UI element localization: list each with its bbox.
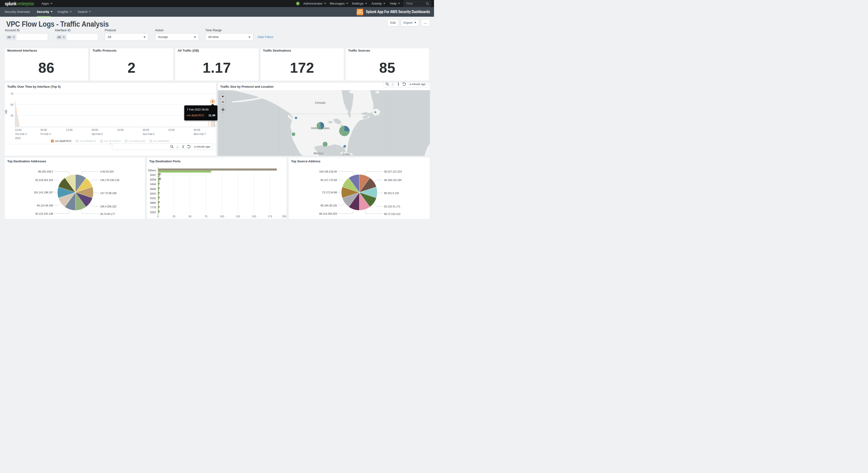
svg-text:145.179.240.133: 145.179.240.133 <box>100 178 119 181</box>
svg-text:Sun Feb 6: Sun Feb 6 <box>143 133 155 135</box>
svg-text:34.74.94.177: 34.74.94.177 <box>100 212 115 215</box>
svg-text:Mon Feb 7: Mon Feb 7 <box>194 133 206 135</box>
svg-text:Thu Feb 3: Thu Feb 3 <box>15 133 27 135</box>
svg-text:9191: 9191 <box>150 197 156 200</box>
svg-text:137.72.98.158: 137.72.98.158 <box>100 192 116 195</box>
svg-text:200: 200 <box>282 215 286 218</box>
svg-text:150: 150 <box>252 215 256 218</box>
svg-text:92.218.254.169: 92.218.254.169 <box>35 178 53 181</box>
svg-text:12:00: 12:00 <box>117 128 123 131</box>
svg-text:5434: 5434 <box>150 183 156 185</box>
svg-text:9600: 9600 <box>150 187 156 190</box>
svg-text:175: 175 <box>268 215 272 218</box>
svg-text:8415: 8415 <box>150 192 156 195</box>
svg-text:75: 75 <box>205 215 207 218</box>
svg-text:00:00: 00:00 <box>92 128 98 131</box>
svg-text:75: 75 <box>10 92 13 95</box>
svg-text:98.230.109.2: 98.230.109.2 <box>38 170 53 173</box>
svg-text:84.114.49.199: 84.114.49.199 <box>37 204 53 207</box>
svg-text:40.122.232.138: 40.122.232.138 <box>35 212 53 215</box>
svg-text:00:00: 00:00 <box>194 128 200 131</box>
svg-text:25: 25 <box>173 215 175 218</box>
svg-text:196.4.206.222: 196.4.206.222 <box>100 205 116 208</box>
svg-text:92.132.41.171: 92.132.41.171 <box>384 205 400 208</box>
svg-text:89.201.5.132: 89.201.5.132 <box>384 192 399 195</box>
svg-text:8204: 8204 <box>150 178 156 181</box>
svg-text:104.146.218.35: 104.146.218.35 <box>319 170 337 173</box>
svg-text:125: 125 <box>236 215 240 218</box>
svg-text:100: 100 <box>220 215 224 218</box>
svg-text:9202: 9202 <box>150 210 156 213</box>
svg-text:99.189.115.184: 99.189.115.184 <box>384 178 402 181</box>
svg-text:12:00: 12:00 <box>15 128 21 131</box>
svg-text:191.141.198.197: 191.141.198.197 <box>34 191 53 194</box>
svg-text:7779: 7779 <box>150 206 156 209</box>
svg-text:58.72.123.213: 58.72.123.213 <box>384 212 400 215</box>
svg-text:00:00: 00:00 <box>143 128 149 131</box>
svg-text:73.172.54.88: 73.172.54.88 <box>322 191 337 194</box>
svg-text:86.194.38.126: 86.194.38.126 <box>320 204 337 207</box>
svg-text:Sat Feb 5: Sat Feb 5 <box>92 133 103 135</box>
svg-text:84.127.175.68: 84.127.175.68 <box>320 178 337 181</box>
svg-text:12:00: 12:00 <box>66 128 72 131</box>
svg-text:50: 50 <box>188 215 191 218</box>
svg-text:Mexico: Mexico <box>313 151 323 155</box>
svg-text:Fri Feb 4: Fri Feb 4 <box>40 133 51 135</box>
svg-text:86.214.249.203: 86.214.249.203 <box>319 212 337 215</box>
svg-text:50: 50 <box>10 103 13 106</box>
svg-text:2022: 2022 <box>15 137 21 139</box>
svg-text:25: 25 <box>10 114 13 117</box>
svg-text:3.49.20.204: 3.49.20.204 <box>100 170 114 173</box>
svg-text:9800: 9800 <box>150 201 156 204</box>
svg-text:Canada: Canada <box>315 101 326 104</box>
svg-text:12:00: 12:00 <box>168 128 175 131</box>
svg-text:5047: 5047 <box>150 173 156 176</box>
svg-text:MB: MB <box>5 110 7 114</box>
svg-text:Cuba: Cuba <box>343 152 350 156</box>
svg-text:0: 0 <box>157 215 159 218</box>
svg-text:Others: Others <box>148 169 156 172</box>
svg-text:00:00: 00:00 <box>40 128 47 131</box>
svg-text:36.227.121.223: 36.227.121.223 <box>384 170 402 173</box>
